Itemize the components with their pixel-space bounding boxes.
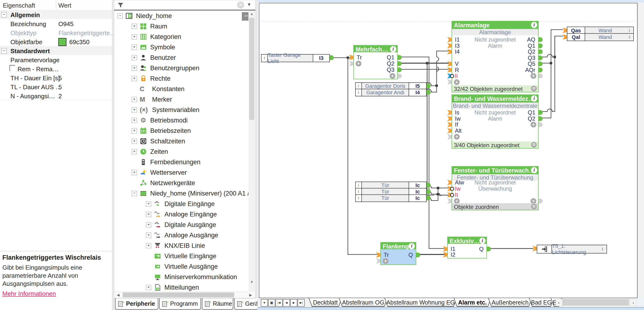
tree-item-virtuelle-ausg-nge[interactable]: Virtuelle Ausgänge: [114, 261, 248, 272]
tabs-scroll-thumb[interactable]: [562, 299, 629, 306]
scroll-right-icon[interactable]: ▶: [248, 292, 254, 298]
block-exklusiv[interactable]: Exklusiv…iI1I2Q: [447, 237, 487, 258]
block-footer[interactable]: Objekte zuordnen⚙: [452, 203, 538, 210]
block-footer[interactable]: 3/40 Objekten zugeordnet⚙: [452, 142, 538, 148]
output-nub-q3[interactable]: [539, 56, 543, 60]
info-icon[interactable]: i: [598, 245, 606, 253]
tree-item-raum[interactable]: +Raum: [114, 21, 248, 32]
page-tab-abstellraum-og[interactable]: Abstellraum OG: [339, 298, 388, 307]
tree-item-benutzer[interactable]: +Benutzer: [114, 52, 248, 63]
scroll-up-icon[interactable]: ▲: [248, 11, 255, 17]
more-information-link[interactable]: Mehr Informationen: [2, 290, 56, 298]
connector-t5[interactable]: T5_1: Lichtsteuerungi: [537, 245, 607, 254]
tree-item-merker[interactable]: +MMerker: [114, 94, 248, 105]
tree-item-mitteilungen[interactable]: +LOGMitteilungen: [114, 282, 248, 291]
info-icon[interactable]: i: [531, 22, 537, 28]
property-row[interactable]: BezeichnungO945: [0, 19, 112, 28]
property-group-allgemein[interactable]: −Allgemein: [0, 10, 112, 19]
tree-filter-bar[interactable]: ✕ ▼: [114, 0, 255, 10]
tree-item-betriebszeiten[interactable]: +Betriebszeiten: [114, 126, 248, 136]
page-tab-bad-eg[interactable]: Bad EG: [529, 298, 554, 307]
tree-item-systemvariablen[interactable]: +(×)Systemvariablen: [114, 105, 248, 115]
object-color-swatch[interactable]: [58, 38, 66, 46]
tab-peripherie[interactable]: Peripherie: [115, 298, 158, 310]
output-nub-q2[interactable]: [539, 116, 543, 121]
expand-icon[interactable]: +: [146, 232, 151, 238]
property-row[interactable]: TL - Dauer AUS …5: [0, 82, 112, 92]
tree-item-netzwerkger-te[interactable]: Netzwerkgeräte: [114, 178, 248, 188]
block-header[interactable]: Alarmanlagei: [452, 21, 538, 29]
expand-icon[interactable]: +: [132, 44, 137, 50]
info-icon[interactable]: i: [626, 34, 633, 40]
tree-item-rechte[interactable]: +Rechte: [114, 73, 248, 84]
expand-icon[interactable]: +: [132, 170, 137, 175]
expand-icon[interactable]: +: [132, 66, 137, 71]
block-header[interactable]: Exklusiv…i: [448, 237, 486, 244]
gear-icon[interactable]: ⚙: [531, 142, 537, 148]
output-nub-q1[interactable]: [539, 44, 543, 48]
expand-icon[interactable]: +: [132, 24, 137, 29]
tree-item-digitale-eing-nge[interactable]: +Digitale Eingänge: [114, 199, 248, 209]
info-icon[interactable]: i: [531, 96, 537, 102]
page-tab-abstellraum-wohnung-eg[interactable]: Abstellraum Wohnung EG: [384, 298, 457, 307]
tree-item-analoge-ausg-nge[interactable]: +Analoge Ausgänge: [114, 230, 248, 240]
checkbox-corner-glyph[interactable]: [10, 65, 15, 71]
page-tab-alarm-etc-[interactable]: Alarm etc.: [454, 298, 491, 307]
gear-icon[interactable]: ⚙: [531, 204, 537, 209]
tree-item-zeiten[interactable]: +Zeiten: [114, 146, 248, 157]
expand-icon[interactable]: +: [146, 243, 151, 248]
block-footer[interactable]: 32/42 Objekten zugeordnet⚙: [452, 85, 538, 92]
tree-item-niedy-home[interactable]: −Niedy_home: [114, 11, 248, 21]
tree-item-schaltzeiten[interactable]: +Schaltzeiten: [114, 136, 248, 146]
expand-icon[interactable]: +: [132, 97, 137, 102]
property-row[interactable]: Rem - Rema…: [0, 64, 112, 73]
first-page-icon[interactable]: |◀: [276, 299, 282, 307]
next-page-icon[interactable]: ▶: [290, 299, 297, 307]
tab-räume[interactable]: Räume: [202, 298, 233, 310]
connection-node[interactable]: [450, 193, 454, 197]
tree-item-wetterserver[interactable]: +Wetterserver: [114, 167, 248, 178]
scroll-thumb[interactable]: [123, 292, 234, 298]
gear-icon[interactable]: ⚙: [531, 86, 537, 92]
canvas-vertical-scrollbar[interactable]: [638, 3, 643, 297]
collapse-icon[interactable]: −: [118, 13, 123, 18]
property-row[interactable]: Parametervorlage: [0, 55, 112, 64]
info-icon[interactable]: i: [390, 46, 396, 52]
block-header[interactable]: Fenster- und Türüberwach…i: [452, 167, 538, 174]
tree-item-analoge-eing-nge[interactable]: +Analoge Eingänge: [114, 209, 248, 220]
tree-item-niedy-home-miniserver-200-a1-[interactable]: −Niedy_home (Miniserver) (200 A1 /: [114, 188, 248, 199]
tree-item-symbole[interactable]: +Symbole: [114, 42, 248, 52]
block-fenster[interactable]: Fenster- und Türüberwach…iFenster- und T…: [452, 166, 539, 210]
tab-programm[interactable]: Programm: [159, 298, 201, 310]
info-icon[interactable]: i: [531, 167, 537, 173]
expand-icon[interactable]: +: [132, 55, 137, 60]
last-page-icon[interactable]: ▶|: [298, 299, 305, 307]
tree-item-fernbedienungen[interactable]: Fernbedienungen: [114, 157, 248, 167]
expand-icon[interactable]: +: [146, 222, 151, 228]
info-icon[interactable]: i: [626, 27, 633, 34]
connection-node[interactable]: [450, 187, 454, 191]
info-icon[interactable]: i: [479, 238, 486, 244]
block-header[interactable]: Brand- und Wassermeldez…i: [452, 95, 538, 102]
expand-icon[interactable]: +: [132, 76, 137, 81]
connector-taster[interactable]: iTaster Garage LichtI3: [261, 54, 330, 62]
prev-page-icon[interactable]: ◀: [283, 299, 290, 307]
connector-qal[interactable]: QalWandi: [567, 33, 634, 41]
expand-icon[interactable]: +: [146, 212, 151, 217]
tabs-scroll-right-icon[interactable]: ›: [630, 299, 637, 306]
block-header[interactable]: Flankeng…i: [381, 242, 416, 249]
block-brand[interactable]: Brand- und Wassermeldez…iBrand- und Wass…: [452, 94, 539, 148]
tab-menu-icon[interactable]: ▾: [261, 299, 268, 307]
tree-item-kategorien[interactable]: +Kategorien: [114, 32, 248, 42]
tab-overview-icon[interactable]: ▣: [268, 299, 275, 307]
property-row[interactable]: N - Ausgangsi…2: [0, 91, 112, 100]
add-input-icon[interactable]: +: [454, 79, 460, 85]
info-icon[interactable]: i: [408, 243, 415, 249]
collapse-icon[interactable]: −: [132, 191, 137, 196]
collapse-group-icon[interactable]: −: [2, 12, 7, 17]
expand-icon[interactable]: +: [146, 201, 151, 206]
collapse-group-icon[interactable]: −: [2, 48, 7, 54]
add-output-icon[interactable]: +: [390, 73, 395, 79]
scroll-thumb[interactable]: [249, 18, 254, 120]
tree-vertical-scrollbar[interactable]: ▲ ▼: [248, 11, 255, 291]
